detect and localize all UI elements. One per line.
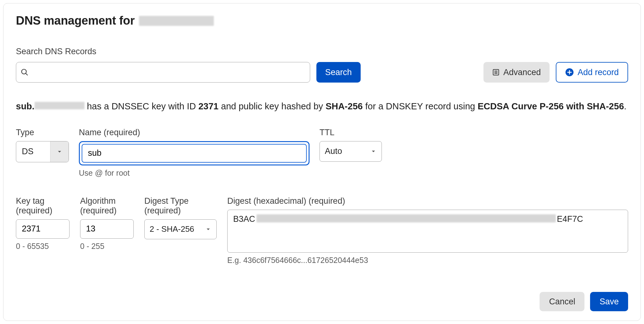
digest-suffix: E4F7C (557, 214, 583, 224)
redacted-domain (139, 16, 214, 26)
redacted-domain-2 (35, 102, 84, 109)
digest-prefix: B3AC (233, 214, 255, 224)
chevron-down-icon (50, 141, 69, 162)
cancel-label: Cancel (549, 297, 575, 307)
dns-panel: DNS management for Search DNS Records Se… (3, 3, 641, 321)
name-focus-ring (79, 141, 310, 165)
form-actions: Cancel Save (540, 292, 628, 311)
record-description: sub. has a DNSSEC key with ID 2371 and p… (16, 99, 628, 113)
save-button[interactable]: Save (590, 292, 628, 311)
page-title-prefix: DNS management for (16, 14, 135, 27)
search-button[interactable]: Search (316, 62, 361, 83)
type-value: DS (16, 141, 50, 162)
desc-hash: SHA-256 (325, 101, 363, 111)
algorithm-input[interactable] (85, 224, 128, 234)
name-input[interactable] (87, 148, 301, 158)
desc-t3: for a DNSKEY record using (363, 101, 478, 111)
desc-id: 2371 (198, 101, 219, 111)
desc-t2: and public key hashed by (219, 101, 325, 111)
search-box[interactable] (16, 62, 310, 83)
type-label: Type (16, 128, 69, 137)
name-field: Name (required) Use @ for root (79, 128, 310, 178)
digest-input[interactable]: B3AC E4F7C (227, 210, 628, 253)
chevron-down-icon (205, 226, 211, 232)
advanced-label: Advanced (503, 68, 541, 77)
digest-type-select[interactable]: 2 - SHA-256 (144, 219, 217, 239)
svg-line-1 (26, 74, 28, 75)
search-icon (21, 68, 29, 76)
list-icon (492, 69, 500, 76)
ttl-value: Auto (325, 146, 342, 156)
digest-hint: E.g. 436c6f7564666c...61726520444e53 (227, 256, 628, 265)
key-tag-label: Key tag (required) (16, 196, 70, 216)
search-label: Search DNS Records (16, 47, 628, 56)
add-record-button[interactable]: Add record (556, 62, 628, 83)
digest-type-value: 2 - SHA-256 (150, 224, 194, 234)
ttl-select[interactable]: Auto (320, 141, 382, 162)
type-field: Type DS (16, 128, 69, 162)
desc-alg: ECDSA Curve P-256 with SHA-256 (478, 101, 624, 111)
chevron-down-icon (370, 148, 377, 155)
algorithm-hint: 0 - 255 (80, 242, 134, 251)
svg-point-0 (22, 69, 26, 74)
redacted-digest (257, 214, 556, 222)
search-row: Search Advanced Add record (16, 62, 628, 83)
save-label: Save (599, 297, 619, 307)
plus-circle-icon (565, 68, 574, 77)
ttl-field: TTL Auto (320, 128, 382, 162)
algorithm-field: Algorithm (required) 0 - 255 (80, 196, 134, 251)
digest-type-field: Digest Type (required) 2 - SHA-256 (144, 196, 217, 239)
search-button-label: Search (325, 68, 352, 77)
type-select[interactable]: DS (16, 141, 69, 162)
key-tag-hint: 0 - 65535 (16, 242, 70, 251)
page-title: DNS management for (16, 14, 628, 27)
advanced-button[interactable]: Advanced (483, 62, 550, 83)
key-tag-field: Key tag (required) 0 - 65535 (16, 196, 70, 251)
digest-label: Digest (hexadecimal) (required) (227, 196, 628, 206)
digest-type-label: Digest Type (required) (144, 196, 217, 216)
name-label: Name (required) (79, 128, 310, 137)
desc-t1: has a DNSSEC key with ID (84, 101, 199, 111)
desc-end: . (624, 101, 627, 111)
cancel-button[interactable]: Cancel (540, 292, 584, 311)
desc-sub: sub. (16, 101, 35, 111)
search-input[interactable] (32, 67, 305, 78)
name-hint: Use @ for root (79, 169, 310, 178)
key-tag-input[interactable] (21, 224, 64, 234)
add-record-label: Add record (578, 68, 619, 77)
algorithm-label: Algorithm (required) (80, 196, 134, 216)
ttl-label: TTL (320, 128, 382, 137)
digest-field: Digest (hexadecimal) (required) B3AC E4F… (227, 196, 628, 265)
